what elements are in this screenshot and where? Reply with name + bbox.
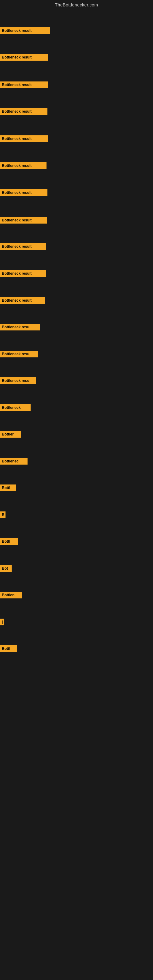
bottleneck-bar-10: Bottleneck result — [0, 270, 46, 277]
bottleneck-bar-22: Bottlen — [0, 592, 22, 598]
bottleneck-bar-9: Bottleneck result — [0, 243, 46, 250]
bottleneck-bar-12: Bottleneck resu — [0, 324, 40, 331]
bottleneck-bar-19: B — [0, 511, 5, 518]
bottleneck-bar-3: Bottleneck result — [0, 81, 48, 88]
bottleneck-bar-2: Bottleneck result — [0, 54, 48, 60]
bottleneck-bar-4: Bottleneck result — [0, 108, 48, 115]
bottleneck-bar-1: Bottleneck result — [0, 27, 50, 34]
bottleneck-bar-24: Bottl — [0, 645, 17, 652]
bottleneck-bar-20: Bottl — [0, 538, 18, 545]
bottleneck-bar-13: Bottleneck resu — [0, 351, 38, 357]
bottleneck-bar-11: Bottleneck result — [0, 297, 45, 304]
site-title: TheBottlenecker.com — [0, 0, 153, 10]
bottleneck-bar-17: Bottlenec — [0, 458, 27, 465]
bottleneck-bar-21: Bot — [0, 565, 12, 572]
bottleneck-bar-18: Bottl — [0, 485, 16, 491]
bottleneck-bar-8: Bottleneck result — [0, 217, 47, 224]
bottleneck-bar-14: Bottleneck resu — [0, 377, 36, 384]
bottleneck-bar-23: | — [0, 619, 4, 625]
bottleneck-bar-15: Bottleneck — [0, 404, 30, 411]
bottleneck-bar-7: Bottleneck result — [0, 189, 48, 196]
bottleneck-bar-6: Bottleneck result — [0, 162, 46, 169]
bottleneck-bar-16: Bottler — [0, 431, 21, 438]
bottleneck-bar-5: Bottleneck result — [0, 135, 48, 142]
